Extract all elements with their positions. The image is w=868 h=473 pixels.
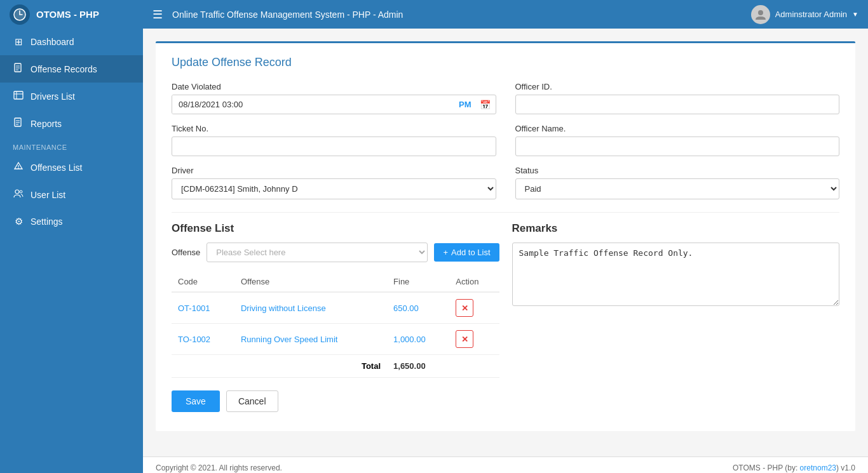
offense-table-body: OT-1001 Driving without License 650.00 ✕ (172, 292, 499, 378)
sidebar-label-drivers-list: Drivers List (31, 91, 75, 102)
delete-row-1-icon: ✕ (461, 303, 468, 313)
form-group-officer-name: Officer Name. George Wilson (515, 124, 840, 156)
page-card: Update Offense Record Date Violated PM 📅… (156, 41, 855, 431)
sidebar-item-dashboard[interactable]: ⊞ Dashboard (0, 29, 143, 55)
date-violated-label: Date Violated (172, 82, 496, 91)
col-fine: Fine (387, 272, 449, 292)
col-offense: Offense (234, 272, 387, 292)
officer-name-label: Officer Name. (515, 124, 840, 133)
form-group-driver: Driver [CDM-062314] Smith, Johnny D (172, 166, 496, 199)
offense-select-wrapper: Please Select here (207, 243, 428, 262)
footer-author-link[interactable]: oretnom23 (800, 463, 836, 472)
offense-field-label: Offense (172, 248, 200, 257)
brand-text: OTOMS - PHP (36, 9, 99, 20)
sidebar-label-offenses-list: Offenses List (31, 163, 82, 173)
sidebar-item-settings[interactable]: ⚙ Settings (0, 208, 143, 235)
footer-copyright: Copyright © 2021. All rights reserved. (156, 463, 282, 472)
ticket-no-input[interactable]: 123456789 (172, 137, 496, 156)
section-divider (172, 212, 839, 213)
save-button[interactable]: Save (172, 390, 220, 412)
driver-label: Driver (172, 166, 496, 175)
calendar-icon[interactable]: 📅 (475, 100, 496, 110)
sidebar-label-settings: Settings (31, 217, 63, 227)
sidebar-item-drivers-list[interactable]: Drivers List (0, 83, 143, 110)
ticket-no-label: Ticket No. (172, 124, 496, 133)
row-1-code: OT-1001 (172, 292, 234, 324)
row-1-fine: 650.00 (387, 292, 449, 324)
date-pm-badge: PM (456, 100, 475, 109)
svg-rect-6 (14, 91, 23, 99)
total-row: Total 1,650.00 (172, 355, 499, 378)
user-avatar (751, 5, 770, 24)
row-1-offense-link[interactable]: Driving without License (241, 303, 326, 313)
add-button-label: Add to List (451, 248, 490, 257)
sidebar-item-reports[interactable]: Reports (0, 110, 143, 137)
row-2-action: ✕ (449, 324, 499, 355)
svg-point-15 (18, 168, 19, 169)
form-group-ticket-no: Ticket No. 123456789 (172, 124, 496, 156)
maintenance-section-label: Maintenance (0, 137, 143, 154)
svg-point-17 (20, 190, 22, 193)
offense-list-section: Offense List Offense Please Select here … (172, 222, 839, 378)
sidebar: ⊞ Dashboard Offense Records Drivers List… (0, 29, 143, 473)
add-to-list-button[interactable]: + Add to List (434, 243, 499, 262)
row-2-fine: 1,000.00 (387, 324, 449, 355)
offense-select[interactable]: Please Select here (207, 243, 428, 262)
navbar-user[interactable]: Adminstrator Admin ▼ (751, 5, 858, 24)
svg-point-1 (758, 10, 763, 15)
row-2-offense: Running Over Speed Limit (234, 324, 387, 355)
navbar: OTOMS - PHP ☰ Online Traffic Offense Man… (0, 0, 868, 29)
sidebar-toggle[interactable]: ☰ (153, 8, 163, 22)
row-2-offense-link[interactable]: Running Over Speed Limit (241, 335, 337, 344)
form-actions: Save Cancel (172, 390, 839, 412)
offenses-list-icon (13, 161, 24, 173)
sidebar-item-offenses-list[interactable]: Offenses List (0, 154, 143, 181)
sidebar-item-offense-records[interactable]: Offense Records (0, 55, 143, 83)
navbar-brand: OTOMS - PHP (10, 4, 153, 25)
date-violated-input[interactable] (172, 95, 456, 114)
date-violated-field[interactable]: PM 📅 (172, 95, 496, 114)
page-title: Update Offense Record (172, 56, 839, 69)
form-group-officer-id: Officer ID. OFC-789456123 (515, 82, 840, 114)
user-list-icon (13, 189, 24, 201)
settings-icon: ⚙ (13, 216, 24, 227)
sidebar-item-user-list[interactable]: User List (0, 181, 143, 208)
user-dropdown-caret: ▼ (852, 11, 858, 18)
user-name: Adminstrator Admin (775, 10, 847, 19)
dashboard-icon: ⊞ (13, 36, 24, 48)
svg-point-16 (15, 190, 19, 194)
table-row: OT-1001 Driving without License 650.00 ✕ (172, 292, 499, 324)
row-1-code-link[interactable]: OT-1001 (178, 303, 210, 313)
offense-list-right: Remarks Sample Traffic Offense Record On… (512, 222, 840, 378)
offense-add-row: Offense Please Select here + Add to List (172, 243, 499, 262)
status-select[interactable]: Paid Unpaid Pending (515, 178, 840, 199)
remarks-title: Remarks (512, 222, 840, 235)
driver-select[interactable]: [CDM-062314] Smith, Johnny D (172, 178, 496, 199)
delete-row-2-button[interactable]: ✕ (456, 330, 473, 348)
delete-row-1-button[interactable]: ✕ (456, 299, 473, 317)
offense-list-left: Offense List Offense Please Select here … (172, 222, 499, 378)
drivers-list-icon (13, 90, 24, 102)
offense-records-icon (13, 63, 24, 75)
sidebar-label-user-list: User List (31, 190, 65, 200)
table-row: TO-1002 Running Over Speed Limit 1,000.0… (172, 324, 499, 355)
cancel-button[interactable]: Cancel (226, 390, 278, 412)
sidebar-label-dashboard: Dashboard (31, 37, 74, 47)
add-icon: + (443, 248, 448, 257)
form-group-date-violated: Date Violated PM 📅 (172, 82, 496, 114)
officer-id-input[interactable]: OFC-789456123 (515, 95, 840, 114)
remarks-textarea[interactable]: Sample Traffic Offense Record Only. (512, 243, 840, 306)
offense-table: Code Offense Fine Action OT-1001 Driving… (172, 272, 499, 378)
form-group-status: Status Paid Unpaid Pending (515, 166, 840, 199)
col-code: Code (172, 272, 234, 292)
officer-name-input[interactable]: George Wilson (515, 137, 840, 156)
footer: Copyright © 2021. All rights reserved. O… (143, 456, 868, 473)
offense-table-head: Code Offense Fine Action (172, 272, 499, 292)
brand-icon (10, 4, 30, 25)
top-form-grid: Date Violated PM 📅 Officer ID. OFC-78945… (172, 82, 839, 199)
sidebar-label-reports: Reports (31, 119, 62, 129)
row-2-code-link[interactable]: TO-1002 (178, 335, 210, 344)
row-1-offense: Driving without License (234, 292, 387, 324)
row-2-code: TO-1002 (172, 324, 234, 355)
officer-id-label: Officer ID. (515, 82, 840, 91)
